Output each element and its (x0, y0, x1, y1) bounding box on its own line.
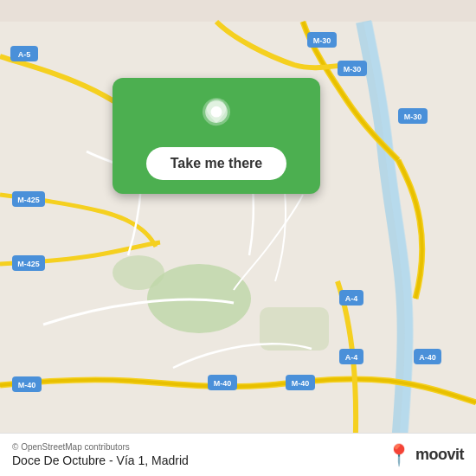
moovit-brand-text: moovit (415, 446, 464, 464)
bottom-left: © OpenStreetMap contributors Doce De Oct… (12, 442, 189, 467)
svg-text:M-425: M-425 (17, 260, 40, 268)
moovit-logo: 📍 moovit (386, 443, 464, 467)
svg-text:M-425: M-425 (17, 196, 40, 204)
svg-text:A-40: A-40 (419, 353, 436, 362)
svg-text:M-30: M-30 (313, 36, 331, 45)
svg-point-3 (113, 255, 164, 290)
take-me-there-button[interactable]: Take me there (146, 147, 286, 180)
svg-text:A-4: A-4 (345, 353, 358, 362)
location-name: Doce De Octubre - Vía 1, Madrid (12, 453, 189, 467)
svg-text:M-40: M-40 (214, 379, 232, 388)
svg-text:M-40: M-40 (292, 379, 310, 388)
map-container: A-5 M-30 M-30 M-30 M-425 M-425 M-40 M-40… (0, 0, 476, 476)
svg-text:M-30: M-30 (404, 113, 422, 121)
location-card: Take me there (113, 78, 320, 194)
svg-text:M-40: M-40 (18, 381, 36, 389)
svg-text:A-4: A-4 (345, 294, 358, 303)
bottom-bar: © OpenStreetMap contributors Doce De Oct… (0, 433, 476, 476)
location-pin-icon (196, 95, 237, 137)
moovit-pin-icon: 📍 (386, 443, 412, 467)
svg-text:A-5: A-5 (18, 50, 31, 59)
svg-text:M-30: M-30 (344, 65, 362, 74)
copyright-text: © OpenStreetMap contributors (12, 442, 189, 452)
map-background: A-5 M-30 M-30 M-30 M-425 M-425 M-40 M-40… (0, 0, 476, 476)
